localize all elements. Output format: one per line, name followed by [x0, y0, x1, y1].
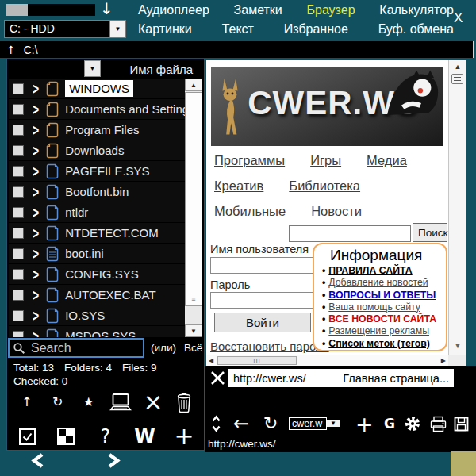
site-search-input[interactable]: [289, 225, 411, 242]
expand-chevron-icon[interactable]: >: [33, 121, 39, 138]
file-list-scrollbar[interactable]: ▲ ≡ ▼: [185, 79, 202, 337]
select-all-button[interactable]: [17, 428, 37, 446]
site-nav-link[interactable]: Новости: [311, 204, 362, 219]
close-button[interactable]: X: [454, 10, 463, 26]
file-row[interactable]: >CONFIG.SYS: [9, 264, 185, 284]
site-nav-link[interactable]: Медиа: [367, 153, 407, 168]
file-name[interactable]: Bootfont.bin: [65, 185, 129, 198]
file-checkbox[interactable]: [13, 331, 24, 338]
up-directory-icon[interactable]: ↑: [6, 44, 16, 56]
app-tab[interactable]: Браузер: [307, 3, 355, 17]
nav-back-chevron[interactable]: [30, 453, 46, 468]
drive-select[interactable]: C: - HDD ▼: [4, 20, 126, 38]
info-link[interactable]: Список меток (тегов): [328, 338, 430, 349]
expand-chevron-icon[interactable]: >: [33, 162, 39, 179]
file-row[interactable]: >boot.ini: [9, 244, 185, 263]
expand-chevron-icon[interactable]: >: [33, 141, 39, 159]
info-link[interactable]: ВОПРОСЫ И ОТВЕТЫ: [328, 290, 436, 301]
scroll-down-icon[interactable]: ▼: [455, 342, 462, 350]
login-button[interactable]: Войти: [214, 313, 311, 332]
file-checkbox[interactable]: [13, 269, 24, 280]
expand-chevron-icon[interactable]: >: [33, 203, 39, 221]
file-row[interactable]: >Downloads: [9, 140, 185, 160]
sort-dropdown-button[interactable]: ▼: [84, 60, 101, 77]
computer-button[interactable]: [109, 393, 132, 413]
file-row[interactable]: >Bootfont.bin: [9, 182, 185, 202]
add-button[interactable]: +: [174, 424, 194, 448]
scroll-up-icon[interactable]: ▲: [455, 63, 462, 71]
url-input[interactable]: [289, 417, 327, 430]
file-checkbox[interactable]: [13, 290, 24, 301]
search-box[interactable]: [8, 338, 144, 358]
site-nav-link[interactable]: Библиотека: [289, 178, 360, 194]
expand-chevron-icon[interactable]: >: [33, 286, 39, 303]
site-banner[interactable]: CWER.WS: [211, 67, 443, 146]
browser-vertical-scrollbar[interactable]: ▲ ▼: [448, 60, 466, 355]
file-name[interactable]: PAGEFILE.SYS: [65, 164, 149, 178]
file-row[interactable]: >AUTOEXEC.BAT: [9, 285, 185, 305]
search-all-label[interactable]: Всё: [184, 342, 202, 354]
restore-password-link[interactable]: Восстановить пароль: [210, 340, 329, 353]
file-checkbox[interactable]: [13, 83, 24, 94]
search-or-label[interactable]: (или): [151, 342, 176, 354]
file-checkbox[interactable]: [13, 310, 24, 321]
site-nav-link[interactable]: Программы: [214, 153, 285, 168]
file-name[interactable]: MSDOS.SYS: [65, 329, 136, 337]
chevron-down-icon[interactable]: ▼: [327, 420, 340, 427]
scroll-left-icon[interactable]: ◀: [209, 357, 213, 364]
file-checkbox[interactable]: [13, 228, 24, 239]
scroll-updown-button[interactable]: [211, 410, 221, 437]
file-name[interactable]: Program Files: [65, 123, 139, 136]
file-row[interactable]: >ntldr: [9, 202, 185, 222]
site-nav-link[interactable]: Мобильные: [214, 204, 286, 219]
file-checkbox[interactable]: [13, 104, 24, 115]
file-row[interactable]: >IO.SYS: [9, 305, 185, 325]
scroll-up-icon[interactable]: ▲: [185, 79, 202, 91]
help-button[interactable]: ?: [95, 427, 116, 446]
close-x-button[interactable]: ×: [143, 390, 163, 414]
file-name[interactable]: NTDETECT.COM: [65, 226, 159, 240]
file-row[interactable]: >Documents and Settings: [9, 99, 185, 119]
path-bar[interactable]: ↑ C:\: [0, 41, 474, 58]
print-button[interactable]: [429, 410, 447, 437]
url-combo[interactable]: ▼: [289, 415, 340, 432]
file-row[interactable]: >NTDETECT.COM: [9, 223, 185, 243]
file-name[interactable]: AUTOEXEC.BAT: [65, 288, 155, 301]
scrollbar-thumb[interactable]: III: [217, 356, 297, 365]
site-nav-link[interactable]: Креатив: [214, 178, 263, 194]
file-checkbox[interactable]: [13, 207, 24, 218]
info-link[interactable]: ВСЕ НОВОСТИ САЙТА: [328, 313, 436, 324]
expand-chevron-icon[interactable]: >: [33, 327, 39, 337]
info-link[interactable]: ПРАВИЛА САЙТА: [328, 265, 412, 276]
app-tab[interactable]: Картинки: [138, 22, 192, 36]
browser-horizontal-scrollbar[interactable]: ◀ III ▶: [206, 355, 448, 366]
file-name[interactable]: Documents and Settings: [65, 102, 185, 116]
app-tab[interactable]: Буф. обмена: [378, 22, 454, 36]
corner-widget[interactable]: [451, 451, 476, 476]
app-tab[interactable]: Избранное: [284, 22, 348, 36]
invert-selection-button[interactable]: [56, 428, 76, 445]
favorites-star-button[interactable]: ★: [79, 396, 99, 409]
file-name[interactable]: ntldr: [65, 205, 88, 219]
file-checkbox[interactable]: [13, 166, 24, 177]
file-checkbox[interactable]: [13, 145, 24, 156]
file-name[interactable]: IO.SYS: [65, 309, 105, 322]
new-tab-button[interactable]: +: [355, 410, 374, 437]
app-tab[interactable]: Заметки: [234, 3, 282, 17]
delete-button[interactable]: [174, 392, 194, 413]
expand-chevron-icon[interactable]: >: [33, 79, 39, 97]
windows-button[interactable]: W: [134, 427, 155, 446]
minimize-arrow-icon[interactable]: ↓: [100, 1, 113, 17]
app-tab[interactable]: Текст: [222, 22, 254, 36]
refresh-button[interactable]: ↻: [263, 410, 278, 437]
refresh-button[interactable]: ↻: [48, 396, 68, 409]
page-menu-icon[interactable]: [451, 74, 463, 84]
nav-forward-chevron[interactable]: [106, 453, 121, 468]
info-link[interactable]: Размещение рекламы: [328, 325, 429, 336]
info-link[interactable]: Ваша помощь сайту: [328, 301, 420, 313]
info-link[interactable]: Добавление новостей: [328, 277, 428, 288]
volume-slider[interactable]: [6, 4, 95, 16]
search-input[interactable]: [29, 340, 136, 356]
file-name[interactable]: WINDOWS: [65, 80, 133, 97]
scrollbar-thumb[interactable]: ≡: [185, 92, 202, 306]
